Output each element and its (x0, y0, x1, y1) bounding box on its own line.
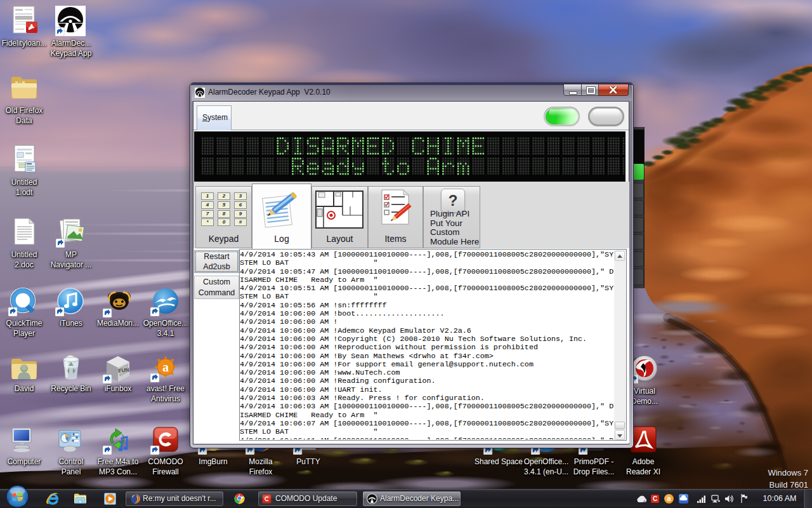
svg-text:FUN: FUN (118, 366, 129, 374)
svg-text:a: a (162, 360, 169, 374)
